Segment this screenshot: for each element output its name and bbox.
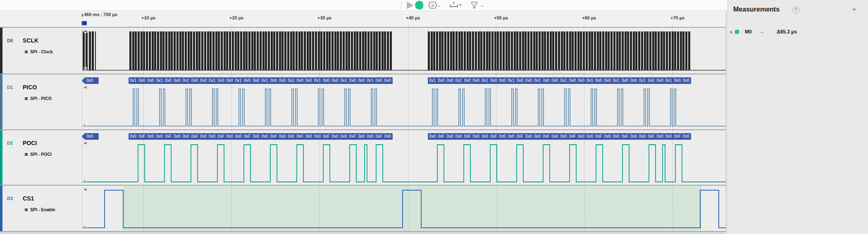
hex-annotation-pill: 0x0 <box>498 77 507 84</box>
channel-color-strip <box>0 74 2 129</box>
hex-annotation-pill: 0x1 <box>533 77 542 84</box>
hex-annotation-pill: 0x0 <box>682 133 691 140</box>
analyzer-label[interactable]: SPI - PICO <box>25 96 52 101</box>
hex-annotation-pill: 0x0 <box>568 77 577 84</box>
radix-selector-button[interactable]: 1F <box>428 2 437 9</box>
hex-annotation-pill: 0x0 <box>129 133 138 140</box>
hex-annotation-pill: 0x0 <box>278 77 287 84</box>
hex-annotation-pill: 0x0 <box>673 77 682 84</box>
hex-annotation-pill: 0x1 <box>129 77 138 84</box>
channel-name[interactable]: PICO <box>23 84 37 91</box>
channel-name[interactable]: CS1 <box>23 195 34 202</box>
hex-annotation-pill: 0x0 <box>164 77 173 84</box>
hex-annotation-pill: 0x1 <box>365 77 375 84</box>
channel-name[interactable]: POCI <box>23 140 37 146</box>
spi-enable-active-region <box>124 186 701 231</box>
hex-annotation-pill: 0xF <box>489 133 498 140</box>
hex-annotation-pill: 0x1 <box>155 77 165 84</box>
hex-annotation-pill: 0x0 <box>146 133 155 140</box>
channel-id: D0 <box>7 38 13 43</box>
level-label-low: L <box>84 226 87 229</box>
hex-annotation-pill: 0x0 <box>313 133 322 140</box>
measurement-row[interactable]: M0 → Δ65.3 µs <box>728 28 868 38</box>
arrow-icon: → <box>759 29 764 35</box>
filter-annotations-button[interactable] <box>471 2 477 9</box>
chevron-down-icon[interactable]: ⌄ <box>437 3 442 7</box>
clock-burst <box>428 31 690 70</box>
hex-annotation-pill: 0xF <box>374 133 384 140</box>
hex-annotation-pill: 0x1 <box>428 77 437 84</box>
tick-label: +70 µs <box>670 15 684 20</box>
hex-annotation-pill: 0x0 <box>594 77 603 84</box>
hex-annotation-pill: 0x0 <box>428 133 437 140</box>
hex-annotation-pill: 0x1 <box>207 77 217 84</box>
hex-annotation-pill: 0x1 <box>664 77 674 84</box>
timeline-ruler[interactable]: 460 ms : 700 µs +10 µs+20 µs+30 µs+40 µs… <box>0 11 726 27</box>
add-measurement-icon[interactable]: + <box>852 5 856 14</box>
help-icon[interactable]: ? <box>792 7 799 14</box>
hex-annotation-pill: 0xF <box>348 133 358 140</box>
measure-bracket-icon <box>450 5 458 7</box>
hex-annotation-pill: 0x0 <box>365 133 375 140</box>
hex-annotation-pill: 0x1 <box>638 77 647 84</box>
chevron-down-icon[interactable]: ⌄ <box>479 3 484 7</box>
logic-analyzer-app: 1F ⌄ 3 + ⌄ 460 ms : 700 µs +10 µs+20 µs+… <box>0 0 868 234</box>
hex-annotation-pill: 0x0 <box>655 133 665 140</box>
hex-annotation-pill: 0x0 <box>682 77 691 84</box>
clock-burst <box>129 31 392 70</box>
hex-annotation-pill: 0x1 <box>286 77 296 84</box>
hex-annotation-pill: 0x0 <box>620 77 630 84</box>
hex-annotation-pill: 0xF <box>269 133 279 140</box>
hex-annotation-pill: 0x0 <box>524 133 534 140</box>
hex-annotation-pill: 0x1 <box>181 77 191 84</box>
hex-annotation-pill: 0x0 <box>322 77 331 84</box>
analyzer-bullet-icon <box>25 50 28 53</box>
hex-annotation-pill: 0x1 <box>260 77 270 84</box>
hex-annotation-pill: 0x1 <box>454 77 464 84</box>
tick-label: +20 µs <box>229 15 243 20</box>
hex-annotation-pill: 0x0 <box>181 133 191 140</box>
analyzer-label[interactable]: SPI - POCI <box>25 152 52 157</box>
level-label-high: H <box>84 86 87 89</box>
hex-annotation-pill: 0x0 <box>472 77 481 84</box>
hex-annotation-pill: 0x1 <box>480 77 490 84</box>
hex-annotation-pill: 0x0 <box>550 133 560 140</box>
radix-label: 1F <box>431 4 435 7</box>
hex-annotation-pill: 0x0 <box>515 77 525 84</box>
hex-annotation-pill: 0x0 <box>577 77 586 84</box>
hex-annotation-pill: 0xF <box>594 133 603 140</box>
channel-name[interactable]: SCLK <box>23 37 38 44</box>
hex-annotation-pill: 0x0 <box>243 77 252 84</box>
measurements-panel: Measurements ? + M0 → Δ65.3 µs <box>727 0 868 234</box>
analyzer-bullet-icon <box>25 153 28 156</box>
hex-annotation-pill: 0x0 <box>286 133 296 140</box>
hex-annotation-pill: 0xF <box>164 133 173 140</box>
toolbar-divider <box>401 1 401 10</box>
analyzer-label[interactable]: SPI - Clock <box>25 49 53 54</box>
tick-label: +40 µs <box>406 15 420 20</box>
add-measurement-button[interactable]: 3 + <box>449 1 463 9</box>
analyzer-label[interactable]: SPI - Enable <box>25 207 55 212</box>
measurement-value: Δ65.3 µs <box>777 29 797 35</box>
level-label-high: H <box>84 142 87 145</box>
hex-annotation-pill: 0xF <box>463 133 472 140</box>
hex-annotation-pill: 0x0 <box>463 77 472 84</box>
hex-annotation-pill: 0x0 <box>507 133 516 140</box>
hex-annotation-pill: 0x0 <box>260 133 270 140</box>
level-label-high: H <box>84 188 87 191</box>
hex-annotation-pill: 0x0 <box>533 133 542 140</box>
hex-annotation-pill: 0x1 <box>507 77 516 84</box>
channel-color-strip <box>0 186 2 231</box>
hex-annotation-pill: 0xF <box>216 133 226 140</box>
sidebar-splitter[interactable] <box>82 11 82 232</box>
hex-annotation-pill: 0x0 <box>383 133 393 140</box>
tick-label: +10 µs <box>141 15 155 20</box>
row-divider <box>0 185 726 186</box>
hex-annotation-pill: 0x0 <box>541 77 551 84</box>
channel-id: D3 <box>7 196 13 201</box>
expand-caret-icon[interactable] <box>730 31 733 34</box>
tick-label: +60 µs <box>582 15 596 20</box>
hex-annotation-pill: 0x0 <box>603 77 612 84</box>
hex-annotation-pill: 0xF <box>646 133 656 140</box>
hex-annotation-pill: 0xF <box>436 133 446 140</box>
